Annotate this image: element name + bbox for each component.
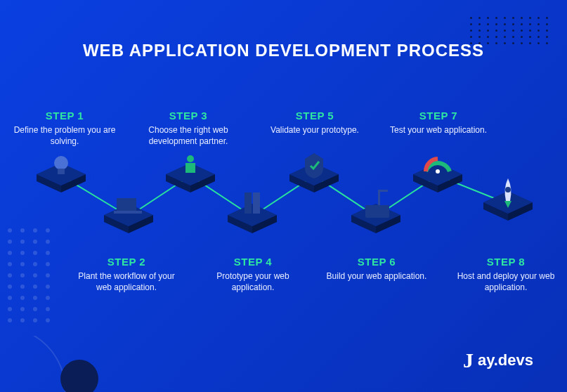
step-7-label: STEP 7: [382, 110, 495, 122]
tile-step-3: [166, 163, 215, 192]
step-2-desc: Plant the workflow of your web applicati…: [70, 270, 183, 293]
step-7-desc: Test your web application.: [382, 124, 495, 136]
diagram-canvas: STEP 1 Define the problem you are solvin…: [0, 0, 567, 392]
step-6: STEP 6 Build your web application.: [320, 256, 433, 282]
step-8: STEP 8 Host and deploy your web applicat…: [450, 256, 562, 293]
svg-rect-34: [378, 190, 380, 205]
brand-logo: Jay.devs: [463, 348, 533, 372]
svg-rect-16: [114, 211, 142, 214]
svg-rect-11: [58, 169, 65, 174]
svg-rect-25: [245, 192, 252, 214]
step-3: STEP 3 Choose the right web development …: [132, 110, 245, 147]
step-2-label: STEP 2: [70, 256, 183, 268]
step-5: STEP 5 Validate your prototype.: [259, 110, 371, 136]
step-4-label: STEP 4: [197, 256, 309, 268]
logo-j-icon: J: [463, 348, 474, 372]
brand-text: ay.devs: [478, 351, 533, 370]
tile-step-7: [413, 163, 462, 192]
step-2: STEP 2 Plant the workflow of your web ap…: [70, 256, 183, 293]
step-3-label: STEP 3: [132, 110, 245, 122]
svg-rect-21: [185, 163, 195, 173]
step-5-label: STEP 5: [259, 110, 371, 122]
tile-step-2: [104, 204, 153, 233]
step-7: STEP 7 Test your web application.: [382, 110, 495, 136]
svg-rect-35: [378, 190, 388, 192]
tile-step-1: [37, 163, 86, 192]
laptop-icon: [114, 198, 142, 214]
svg-rect-26: [253, 192, 260, 214]
person-icon: [185, 155, 195, 173]
svg-rect-33: [365, 205, 389, 218]
step-4: STEP 4 Prototype your web application.: [197, 256, 309, 293]
tile-step-4: [228, 204, 277, 233]
step-1: STEP 1 Define the problem you are solvin…: [8, 110, 121, 147]
step-6-label: STEP 6: [320, 256, 433, 268]
svg-point-43: [505, 187, 511, 192]
tile-step-6: [351, 204, 400, 233]
step-5-desc: Validate your prototype.: [259, 124, 371, 136]
crane-icon: [365, 190, 389, 218]
svg-point-39: [436, 169, 440, 174]
shield-icon: [305, 153, 323, 178]
tile-step-8: [483, 191, 533, 221]
step-1-desc: Define the problem you are solving.: [8, 124, 121, 147]
step-3-desc: Choose the right web development partner…: [132, 124, 245, 147]
step-8-desc: Host and deploy your web application.: [450, 270, 562, 293]
svg-point-20: [187, 155, 194, 162]
step-6-desc: Build your web application.: [320, 270, 433, 282]
step-4-desc: Prototype your web application.: [197, 270, 309, 293]
svg-rect-15: [117, 198, 136, 211]
step-8-label: STEP 8: [450, 256, 562, 268]
tile-step-5: [289, 163, 339, 192]
svg-point-10: [54, 156, 68, 170]
step-1-label: STEP 1: [8, 110, 121, 122]
